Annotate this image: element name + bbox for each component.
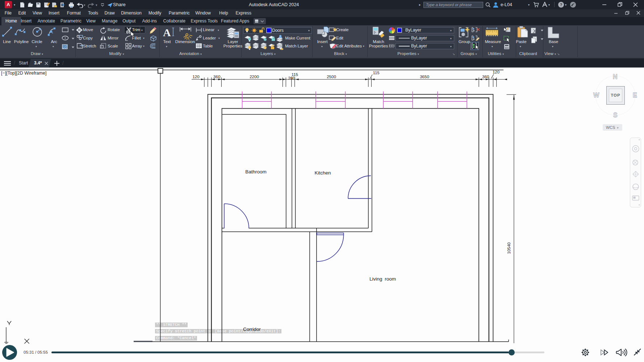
svg-text:A: A [163, 26, 171, 38]
svg-text:120: 120 [493, 70, 499, 74]
svg-text:115: 115 [373, 71, 379, 75]
svg-text:360: 360 [482, 75, 489, 79]
svg-text:▾: ▾ [84, 3, 85, 7]
svg-text:3650: 3650 [420, 75, 429, 79]
svg-text:Living room: Living room [369, 276, 396, 282]
svg-text:2500: 2500 [327, 75, 336, 79]
svg-text:360: 360 [213, 75, 220, 79]
svg-text:10540: 10540 [507, 243, 511, 254]
svg-text:200: 200 [288, 76, 295, 80]
svg-text:Kitchen: Kitchen [314, 170, 331, 176]
svg-text:Corridor: Corridor [243, 327, 261, 332]
svg-text:2200: 2200 [250, 75, 259, 79]
svg-text:120: 120 [192, 75, 199, 79]
svg-text:▾: ▾ [96, 3, 97, 7]
svg-text:Bathroom: Bathroom [245, 169, 267, 174]
